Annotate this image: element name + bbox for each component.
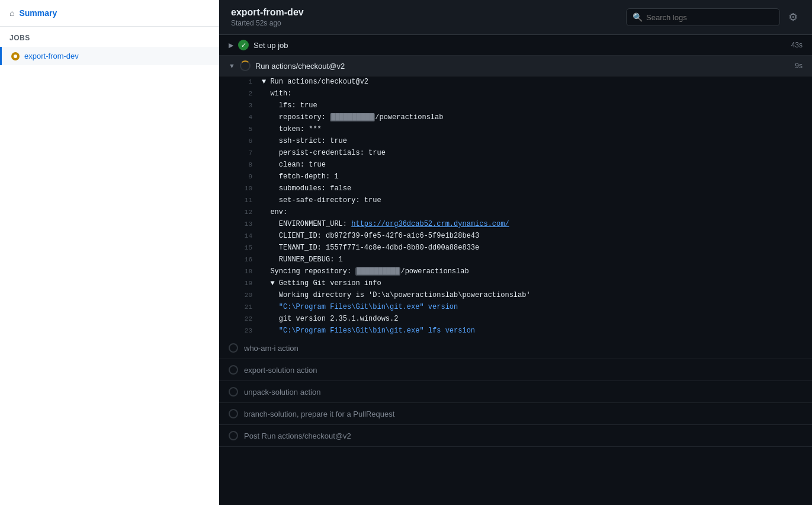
step-unpack-solution[interactable]: unpack-solution action <box>219 381 812 403</box>
job-status-spinner <box>11 52 20 60</box>
log-line: 16 RUNNER_DEBUG: 1 <box>219 254 812 266</box>
step-branch-solution[interactable]: branch-solution, prepare it for a PullRe… <box>219 403 812 425</box>
log-line: 2 with: <box>219 88 812 100</box>
sidebar-job-item[interactable]: export-from-dev <box>0 47 219 65</box>
log-line: 22 git version 2.35.1.windows.2 <box>219 314 812 325</box>
env-url-link[interactable]: https://org36dcab52.crm.dynamics.com/ <box>351 220 509 228</box>
step-complete-icon: ✓ <box>238 40 249 50</box>
settings-button[interactable]: ⚙ <box>786 8 800 26</box>
step-setup-duration: 43s <box>791 41 803 49</box>
step-checkout[interactable]: ▼ Run actions/checkout@v2 9s <box>219 56 812 76</box>
pending-icon <box>229 409 238 418</box>
log-line: 14 CLIENT_ID: db972f39-0fe5-42f6-a1c6-5f… <box>219 231 812 242</box>
log-line: 23 "C:\Program Files\Git\bin\git.exe" lf… <box>219 325 812 337</box>
log-line: 11 set-safe-directory: true <box>219 195 812 207</box>
step-setup-job[interactable]: ▶ ✓ Set up job 43s <box>219 35 812 56</box>
main-panel: export-from-dev Started 52s ago 🔍 ⚙ ▶ ✓ … <box>219 0 812 505</box>
log-line: 5 token: *** <box>219 124 812 136</box>
sidebar: ⌂ Summary Jobs export-from-dev <box>0 0 219 505</box>
pending-icon <box>229 343 238 353</box>
jobs-section-label: Jobs <box>0 27 219 46</box>
pending-icon <box>229 431 238 440</box>
step-checkout-duration: 9s <box>795 62 803 70</box>
search-icon: 🔍 <box>633 12 643 22</box>
home-icon: ⌂ <box>9 8 14 18</box>
log-line: 13 ENVIRONMENT_URL: https://org36dcab52.… <box>219 219 812 231</box>
job-item-label: export-from-dev <box>24 52 79 60</box>
log-line: 21 "C:\Program Files\Git\bin\git.exe" ve… <box>219 302 812 314</box>
log-line: 19 ▼ Getting Git version info <box>219 278 812 290</box>
log-line: 7 persist-credentials: true <box>219 148 812 159</box>
summary-label: Summary <box>19 8 57 18</box>
step-who-am-i[interactable]: who-am-i action <box>219 337 812 359</box>
main-header: export-from-dev Started 52s ago 🔍 ⚙ <box>219 0 812 35</box>
pending-step-label: branch-solution, prepare it for a PullRe… <box>244 410 394 418</box>
log-line: 4 repository: ██████████/poweractionslab <box>219 112 812 124</box>
log-line: 10 submodules: false <box>219 183 812 195</box>
header-title-group: export-from-dev Started 52s ago <box>231 7 304 27</box>
pending-icon <box>229 365 238 375</box>
log-content[interactable]: ▶ ✓ Set up job 43s ▼ Run actions/checkou… <box>219 35 812 505</box>
pending-step-label: Post Run actions/checkout@v2 <box>244 432 351 440</box>
job-title: export-from-dev <box>231 7 304 18</box>
step-export-solution[interactable]: export-solution action <box>219 359 812 381</box>
step-checkout-label: Run actions/checkout@v2 <box>255 62 790 71</box>
pending-step-label: who-am-i action <box>244 344 299 353</box>
header-actions: 🔍 ⚙ <box>626 8 800 26</box>
log-line: 8 clean: true <box>219 159 812 171</box>
log-line: 3 lfs: true <box>219 100 812 112</box>
search-box[interactable]: 🔍 <box>626 8 780 26</box>
log-lines-container: 1▼ Run actions/checkout@v2 2 with: 3 lfs… <box>219 76 812 337</box>
log-line: 18 Syncing repository: ██████████/powera… <box>219 266 812 278</box>
pending-icon <box>229 387 238 397</box>
job-subtitle: Started 52s ago <box>231 19 304 27</box>
log-line: 9 fetch-depth: 1 <box>219 171 812 183</box>
step-setup-label: Set up job <box>253 41 787 50</box>
step-running-icon <box>240 60 251 71</box>
step-post-checkout[interactable]: Post Run actions/checkout@v2 <box>219 425 812 447</box>
search-input[interactable] <box>646 13 774 22</box>
chevron-down-icon: ▼ <box>229 62 235 69</box>
log-line: 6 ssh-strict: true <box>219 136 812 148</box>
pending-step-label: export-solution action <box>244 366 317 375</box>
log-line: 15 TENANT_ID: 1557f771-4c8e-4dbd-8b80-dd… <box>219 242 812 254</box>
chevron-right-icon: ▶ <box>229 41 233 49</box>
sidebar-summary-link[interactable]: ⌂ Summary <box>0 0 219 27</box>
log-line: 1▼ Run actions/checkout@v2 <box>219 76 812 88</box>
log-line: 12 env: <box>219 207 812 219</box>
log-line: 20 Working directory is 'D:\a\poweractio… <box>219 290 812 302</box>
pending-step-label: unpack-solution action <box>244 388 320 397</box>
